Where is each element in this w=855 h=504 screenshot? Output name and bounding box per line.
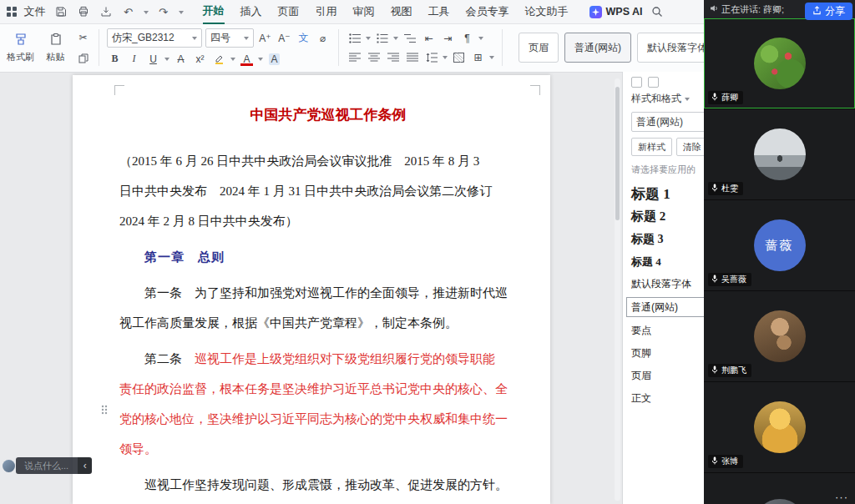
style-chip-header[interactable]: 页眉 [519, 33, 559, 63]
cut-icon[interactable]: ✂ [75, 29, 91, 45]
participant-cell[interactable]: 杜雯 [704, 109, 855, 200]
share-icon [812, 6, 822, 18]
new-style-button[interactable]: 新样式 [631, 138, 672, 156]
tab-insert[interactable]: 插入 [240, 0, 262, 23]
participant-avatar [754, 310, 806, 362]
borders-caret-icon[interactable] [489, 56, 494, 62]
show-marks-icon[interactable]: ¶ [459, 30, 475, 46]
paragraph-policy: 巡视工作坚持发现问题、形成震慑，推动改革、促进发展的方针。 [119, 470, 537, 500]
chat-bar: 说点什么... ‹ [0, 457, 92, 474]
participant-name-tag: 荆鹏飞 [708, 364, 751, 377]
superscript-button[interactable]: x² [192, 51, 208, 67]
decrease-font-icon[interactable]: A⁻ [276, 30, 292, 46]
doc-line: 视工作高质量发展，根据《中国共产党章程》，制定本条例。 [119, 308, 537, 338]
number-caret-icon[interactable] [393, 37, 398, 43]
pane-title-caret-icon[interactable] [685, 98, 690, 103]
align-center-icon[interactable] [366, 49, 382, 65]
copy-icon[interactable] [75, 50, 91, 66]
borders-icon[interactable]: ⊞ [470, 49, 486, 65]
underline-caret-icon[interactable] [164, 58, 169, 63]
undo-caret-icon[interactable] [144, 11, 149, 17]
increase-indent-icon[interactable]: ⇥ [440, 30, 456, 46]
participant-avatar: 蔷薇 [754, 219, 806, 271]
marks-caret-icon[interactable] [478, 37, 483, 43]
font-name-select[interactable]: 仿宋_GB2312 [107, 28, 202, 48]
tab-review[interactable]: 审阅 [353, 0, 375, 23]
share-button[interactable]: 分享 [805, 3, 852, 20]
search-icon[interactable] [650, 4, 665, 19]
participant-avatar [754, 401, 806, 453]
font-color-caret-icon[interactable] [258, 58, 263, 63]
participant-cell[interactable]: 张博 [704, 382, 855, 473]
font-size-select[interactable]: 四号 [205, 28, 254, 48]
wps-ai-button[interactable]: WPS AI [589, 6, 643, 18]
tab-view[interactable]: 视图 [391, 0, 412, 23]
tab-reference[interactable]: 引用 [316, 0, 337, 23]
document-page[interactable]: 中国共产党巡视工作条例 （2015 年 6 月 26 日中共中央政治局会议审议批… [73, 75, 550, 504]
increase-font-icon[interactable]: A⁺ [257, 30, 273, 46]
bullet-list-icon[interactable] [347, 30, 362, 46]
redo-caret-icon[interactable] [179, 11, 184, 17]
more-icon[interactable]: ··· [835, 491, 848, 503]
tab-page[interactable]: 页面 [278, 0, 300, 23]
style-chip-normal-web[interactable]: 普通(网站) [564, 33, 631, 63]
participant-avatar-peek [754, 499, 806, 504]
paste-button[interactable]: 粘贴 [40, 28, 71, 68]
redo-icon[interactable]: ↷ [156, 4, 171, 19]
decrease-indent-icon[interactable]: ⇤ [421, 30, 437, 46]
print-icon[interactable] [76, 4, 91, 19]
italic-button[interactable]: I [126, 51, 142, 67]
strikethrough-button[interactable]: A [173, 51, 189, 67]
mic-icon [711, 365, 718, 375]
participant-cell-partial[interactable]: ··· [704, 473, 855, 504]
highlight-caret-icon[interactable] [230, 58, 235, 63]
align-right-icon[interactable] [385, 49, 401, 65]
mic-icon [711, 93, 718, 103]
align-justify-icon[interactable] [404, 49, 420, 65]
char-shading-button[interactable]: A [266, 51, 282, 67]
save-icon[interactable] [53, 4, 68, 19]
pane-list-icon[interactable] [631, 77, 642, 88]
paragraph-drag-handle-icon[interactable] [101, 403, 108, 418]
doc-line: 第一章 总则 [119, 242, 537, 272]
multilevel-list-icon[interactable] [402, 30, 417, 46]
chapter-heading: 第一章 总则 [119, 242, 537, 272]
pane-close-icon[interactable] [648, 77, 659, 88]
tab-member[interactable]: 会员专享 [466, 0, 509, 23]
export-icon[interactable] [99, 4, 114, 19]
doc-line: 第二条 巡视工作是上级党组织对下级党组织履行党的领导职能 [119, 344, 537, 374]
participant-avatar [754, 38, 806, 89]
tab-paper-assistant[interactable]: 论文助手 [525, 0, 569, 23]
participant-cell[interactable]: 荆鹏飞 [704, 291, 855, 382]
participant-list: 薛卿 杜雯 蔷薇 吴蔷薇 荆鹏 [704, 18, 855, 504]
bold-button[interactable]: B [107, 51, 123, 67]
tab-tools[interactable]: 工具 [428, 0, 450, 23]
paste-icon [49, 33, 63, 48]
spacing-caret-icon[interactable] [443, 56, 448, 62]
font-color-button[interactable]: A [239, 51, 255, 67]
highlight-button[interactable] [211, 51, 227, 67]
bullet-caret-icon[interactable] [366, 37, 371, 43]
file-menu[interactable]: 文件 [24, 4, 46, 19]
participant-cell[interactable]: 薛卿 [704, 18, 855, 109]
paragraph-preamble: （2015 年 6 月 26 日中共中央政治局会议审议批准 2015 年 8 月… [119, 146, 537, 236]
app-grid-icon[interactable] [7, 7, 17, 17]
number-list-icon[interactable] [374, 30, 390, 46]
format-painter-button[interactable]: 格式刷 [5, 28, 36, 68]
divider [99, 29, 99, 66]
meeting-panel: 正在讲话: 薛卿; 薛卿 杜雯 蔷薇 [704, 0, 855, 504]
document-scrollbar[interactable] [615, 78, 620, 501]
participant-cell[interactable]: 蔷薇 吴蔷薇 [704, 200, 855, 291]
line-spacing-icon[interactable] [423, 49, 439, 65]
ribbon-tabs: 开始 插入 页面 引用 审阅 视图 工具 会员专享 论文助手 [203, 0, 569, 24]
align-left-icon[interactable] [347, 49, 362, 65]
tab-home[interactable]: 开始 [203, 0, 225, 24]
clear-format-icon[interactable]: ⌀ [315, 30, 331, 46]
shading-icon[interactable] [451, 49, 467, 65]
undo-icon[interactable]: ↶ [121, 4, 136, 19]
text-effect-icon[interactable]: 文 [296, 30, 311, 46]
underline-button[interactable]: U [145, 51, 161, 67]
chat-collapse-button[interactable]: ‹ [78, 457, 92, 474]
chat-input[interactable]: 说点什么... [16, 457, 78, 474]
wps-ai-icon [589, 6, 602, 18]
